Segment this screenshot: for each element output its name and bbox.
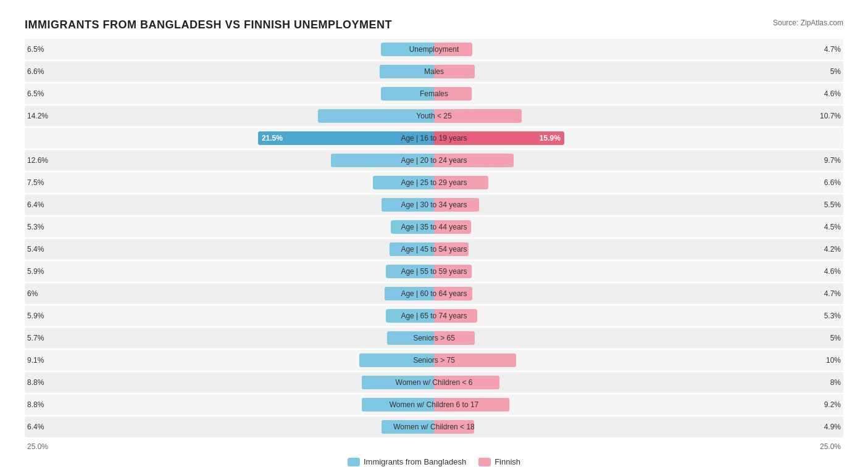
bar-row: 12.6%9.7%Age | 20 to 24 years [25,150,843,171]
bar-row: 9.1%10%Seniors > 75 [25,350,843,371]
bar-row: 5.9%4.6%Age | 55 to 59 years [25,261,843,282]
bar-row: 6%4.7%Age | 60 to 64 years [25,283,843,304]
left-value-label: 6.4% [27,423,44,431]
right-value-label: 10.7% [820,112,841,120]
blue-bar [381,43,434,56]
pink-bar: 15.9% [434,131,564,145]
right-value-label: 4.7% [824,45,841,54]
blue-bar [318,109,434,123]
bar-row: 5.7%5%Seniors > 65 [25,328,843,349]
legend-item-pink: Finnish [478,457,520,466]
right-value-label: 9.2% [824,400,841,409]
pink-bar [434,220,471,234]
blue-bar [362,376,434,389]
pink-bar [434,287,472,300]
bar-row: 8.8%9.2%Women w/ Children 6 to 17 [25,394,843,415]
bar-row: 21.5%15.9%Age | 16 to 19 years [25,128,843,149]
right-value-label: 4.5% [824,223,841,231]
blue-legend-label: Immigrants from Bangladesh [364,457,466,466]
pink-bar [434,87,472,101]
chart-header: IMMIGRANTS FROM BANGLADESH VS FINNISH UN… [25,19,843,31]
axis-right: 25.0% [434,442,843,451]
right-value-label: 10% [826,356,841,365]
left-value-label: 12.6% [27,156,48,165]
chart-source: Source: ZipAtlas.com [773,19,843,27]
left-value-label: 8.8% [27,378,44,387]
blue-bar [386,265,434,278]
pink-bar [434,376,499,389]
left-value-label: 6% [27,289,38,298]
pink-bar [434,109,522,123]
blue-swatch [348,458,360,466]
bar-row: 5.9%5.3%Age | 65 to 74 years [25,305,843,326]
pink-bar [434,265,472,278]
pink-bar [434,331,475,345]
left-value-label: 14.2% [27,112,48,120]
blue-bar [381,87,434,101]
right-value-label: 9.7% [824,156,841,165]
blue-bar [385,287,434,300]
blue-bar: 21.5% [258,131,434,145]
left-value-label: 5.9% [27,267,44,276]
left-value-label: 8.8% [27,400,44,409]
left-value-label: 6.6% [27,67,44,76]
legend-row: Immigrants from Bangladesh Finnish [25,457,843,466]
bar-row: 14.2%10.7%Youth < 25 [25,105,843,126]
right-value-label: 6.6% [824,178,841,187]
right-value-label: 8% [830,378,841,387]
blue-bar [391,220,434,234]
left-value-label: 5.4% [27,245,44,254]
right-value-label: 4.7% [824,289,841,298]
left-value-label: 6.4% [27,200,44,209]
chart-body: 6.5%4.7%Unemployment6.6%5%Males6.5%4.6%F… [25,39,843,437]
blue-bar [380,65,434,78]
right-value-label: 5.5% [824,200,841,209]
axis-row: 25.0% 25.0% [25,442,843,451]
chart-container: IMMIGRANTS FROM BANGLADESH VS FINNISH UN… [12,12,856,467]
blue-bar [331,154,434,167]
chart-title: IMMIGRANTS FROM BANGLADESH VS FINNISH UN… [25,19,392,31]
bar-row: 8.8%8%Women w/ Children < 6 [25,372,843,393]
right-value-label: 15.9% [540,134,561,143]
bar-row: 6.4%4.9%Women w/ Children < 18 [25,416,843,437]
pink-bar [434,198,479,212]
left-value-label: 7.5% [27,178,44,187]
right-value-label: 4.6% [824,89,841,98]
pink-bar [434,242,469,256]
pink-bar [434,353,516,367]
bar-row: 6.4%5.5%Age | 30 to 34 years [25,194,843,215]
bar-row: 6.6%5%Males [25,61,843,82]
left-value-label: 6.5% [27,89,44,98]
bar-row: 6.5%4.7%Unemployment [25,39,843,60]
blue-bar [362,398,434,411]
left-value-label: 5.3% [27,223,44,231]
pink-bar [434,420,474,434]
axis-left: 25.0% [25,442,434,451]
right-value-label: 4.6% [824,267,841,276]
blue-bar [387,331,434,345]
pink-bar [434,176,488,189]
pink-swatch [478,458,491,466]
blue-bar [382,198,434,212]
legend-item-blue: Immigrants from Bangladesh [348,457,466,466]
pink-bar [434,43,472,56]
left-value-label: 21.5% [262,134,283,143]
bar-row: 7.5%6.6%Age | 25 to 29 years [25,172,843,193]
pink-bar [434,65,475,78]
pink-bar [434,154,514,167]
bar-row: 5.3%4.5%Age | 35 to 44 years [25,217,843,238]
blue-bar [359,353,434,367]
right-value-label: 4.9% [824,423,841,431]
left-value-label: 5.7% [27,334,44,342]
left-value-label: 9.1% [27,356,44,365]
bar-row: 5.4%4.2%Age | 45 to 54 years [25,239,843,260]
right-value-label: 5% [830,334,841,342]
blue-bar [390,242,434,256]
left-value-label: 5.9% [27,312,44,320]
blue-bar [382,420,434,434]
pink-legend-label: Finnish [495,457,520,466]
blue-bar [386,309,434,323]
right-value-label: 5.3% [824,312,841,320]
pink-bar [434,309,477,323]
blue-bar [373,176,434,189]
